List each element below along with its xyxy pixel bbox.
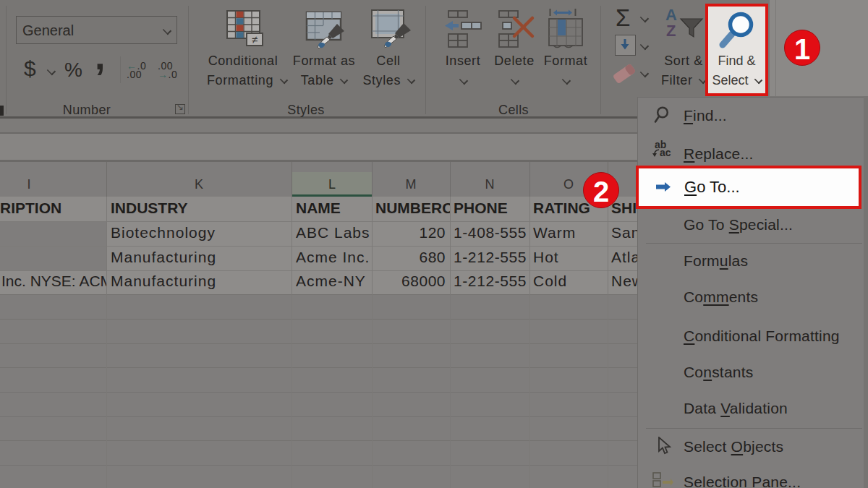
svg-text:≠: ≠ <box>252 33 258 46</box>
